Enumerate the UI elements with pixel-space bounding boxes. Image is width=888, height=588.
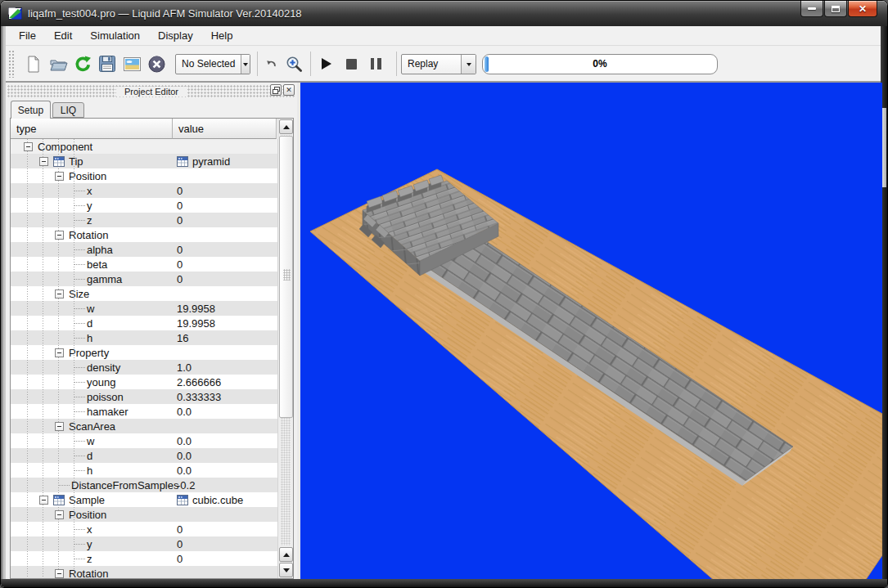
- tree-row[interactable]: z0: [11, 213, 277, 227]
- type-cell[interactable]: w: [11, 301, 173, 316]
- tree-row[interactable]: Tippyramid: [11, 154, 277, 168]
- type-cell[interactable]: young: [11, 375, 173, 389]
- type-cell[interactable]: alpha: [11, 242, 173, 257]
- type-cell[interactable]: h: [11, 330, 173, 345]
- capture-image-button[interactable]: [121, 53, 142, 74]
- undo-view-button[interactable]: [263, 55, 279, 73]
- type-cell[interactable]: density: [11, 360, 173, 375]
- selection-combo[interactable]: No Selected: [175, 54, 250, 74]
- tree-row[interactable]: alpha0: [11, 242, 277, 257]
- play-button[interactable]: [316, 53, 337, 74]
- mode-combo[interactable]: Replay: [401, 54, 476, 74]
- selection-combo-arrow[interactable]: [241, 55, 250, 74]
- value-cell[interactable]: 0.0: [173, 433, 277, 448]
- collapse-toggle-icon[interactable]: [55, 290, 64, 298]
- tree-row[interactable]: Position: [11, 168, 277, 183]
- minimize-button[interactable]: [800, 1, 823, 17]
- dock-title-bar[interactable]: Project Editor: [7, 85, 295, 98]
- value-cell[interactable]: [173, 507, 277, 522]
- stop-button[interactable]: [340, 53, 362, 74]
- tree-row[interactable]: Size: [11, 286, 277, 301]
- menu-edit[interactable]: Edit: [46, 27, 80, 44]
- toolbar-drag-handle[interactable]: [8, 50, 15, 78]
- tree-row[interactable]: ScanArea: [11, 419, 277, 433]
- value-cell[interactable]: 2.666666: [173, 375, 277, 389]
- tree-row[interactable]: Rotation: [11, 227, 277, 242]
- type-cell[interactable]: Position: [11, 168, 173, 183]
- value-cell[interactable]: 0: [173, 198, 277, 213]
- value-cell[interactable]: 0: [173, 536, 277, 551]
- type-cell[interactable]: Position: [11, 507, 173, 522]
- close-button[interactable]: ✕: [848, 1, 877, 17]
- tree-row[interactable]: poisson0.333333: [11, 389, 277, 404]
- collapse-toggle-icon[interactable]: [55, 569, 64, 578]
- collapse-toggle-icon[interactable]: [55, 348, 64, 357]
- tree-row[interactable]: x0: [11, 183, 277, 198]
- type-cell[interactable]: x: [11, 522, 173, 536]
- tree-row[interactable]: density1.0: [11, 360, 277, 375]
- tree-row[interactable]: y0: [11, 198, 277, 213]
- type-cell[interactable]: d: [11, 448, 173, 463]
- value-cell[interactable]: [173, 168, 277, 183]
- value-cell[interactable]: 19.9958: [173, 301, 277, 316]
- value-cell[interactable]: 0: [173, 272, 277, 286]
- value-cell[interactable]: [173, 419, 277, 433]
- type-cell[interactable]: poisson: [11, 389, 173, 404]
- close-panel-button[interactable]: ✕: [283, 84, 295, 96]
- refresh-button[interactable]: [72, 53, 93, 74]
- scrollbar-thumb[interactable]: [279, 136, 293, 418]
- menu-display[interactable]: Display: [150, 27, 201, 44]
- collapse-toggle-icon[interactable]: [39, 496, 48, 505]
- tree-row[interactable]: Position: [11, 507, 277, 522]
- value-cell[interactable]: 1.0: [173, 360, 277, 375]
- tree-row[interactable]: d0.0: [11, 448, 277, 463]
- value-cell[interactable]: [173, 227, 277, 242]
- type-cell[interactable]: h: [11, 463, 173, 478]
- value-cell[interactable]: 0.0: [173, 404, 277, 419]
- value-cell[interactable]: 0.333333: [173, 389, 277, 404]
- type-cell[interactable]: x: [11, 183, 173, 198]
- menu-file[interactable]: File: [11, 27, 44, 44]
- tree-row[interactable]: h0.0: [11, 463, 277, 478]
- value-cell[interactable]: 0: [173, 522, 277, 536]
- tree-row[interactable]: y0: [11, 536, 277, 551]
- new-file-button[interactable]: [23, 53, 44, 74]
- value-cell[interactable]: 0.0: [173, 463, 277, 478]
- value-cell[interactable]: [173, 139, 277, 154]
- menu-help[interactable]: Help: [203, 27, 241, 44]
- value-cell[interactable]: 0: [173, 257, 277, 272]
- type-cell[interactable]: d: [11, 316, 173, 330]
- tree-row[interactable]: z0: [11, 551, 277, 566]
- tree-row[interactable]: Property: [11, 345, 277, 360]
- tree-row[interactable]: w19.9958: [11, 301, 277, 316]
- tree-row[interactable]: x0: [11, 522, 277, 536]
- value-cell[interactable]: cubic.cube: [173, 492, 277, 507]
- open-folder-button[interactable]: [47, 53, 69, 74]
- scroll-down-button[interactable]: [279, 563, 293, 577]
- collapse-toggle-icon[interactable]: [55, 422, 64, 431]
- collapse-toggle-icon[interactable]: [55, 510, 64, 519]
- type-cell[interactable]: Size: [11, 286, 173, 301]
- value-cell[interactable]: pyramid: [173, 154, 277, 168]
- scroll-up-button[interactable]: [279, 119, 293, 134]
- tree-row[interactable]: DistanceFromSamples-0.2: [11, 478, 277, 492]
- collapse-toggle-icon[interactable]: [24, 142, 33, 151]
- title-bar[interactable]: liqafm_test004.pro — Liquid AFM Simulato…: [1, 1, 887, 26]
- value-cell[interactable]: 0: [173, 183, 277, 198]
- value-cell[interactable]: [173, 286, 277, 301]
- tree-row[interactable]: Component: [11, 139, 277, 154]
- value-cell[interactable]: 0.0: [173, 448, 277, 463]
- tree-scrollbar[interactable]: [277, 119, 293, 578]
- value-cell[interactable]: 16: [173, 330, 277, 345]
- menu-simulation[interactable]: Simulation: [82, 27, 148, 44]
- tree-row[interactable]: Rotation: [11, 566, 277, 578]
- type-cell[interactable]: Sample: [11, 492, 173, 507]
- value-cell[interactable]: 0: [173, 551, 277, 566]
- value-cell[interactable]: [173, 566, 277, 578]
- viewport-3d[interactable]: [300, 83, 882, 579]
- type-cell[interactable]: ScanArea: [11, 419, 173, 433]
- tree-row[interactable]: w0.0: [11, 433, 277, 448]
- save-button[interactable]: [97, 53, 118, 74]
- type-cell[interactable]: gamma: [11, 272, 173, 286]
- type-cell[interactable]: Tip: [11, 154, 173, 168]
